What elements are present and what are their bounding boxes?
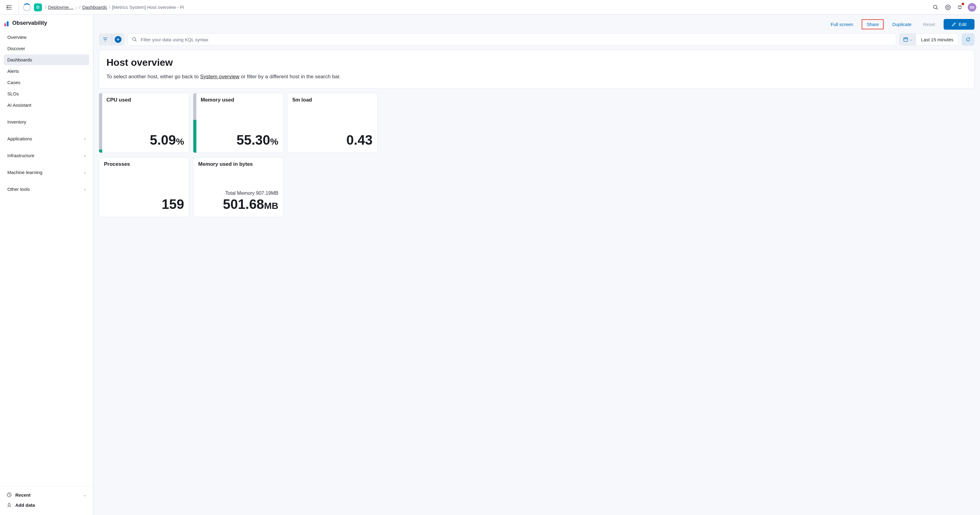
edit-label: Edit [959,22,967,27]
sidebar-item-overview[interactable]: Overview [4,32,89,43]
sidebar-header[interactable]: Observability [0,15,93,30]
space-selector[interactable]: D [34,3,42,11]
chevron-down-icon[interactable]: ⌵ [75,5,77,10]
rocket-icon [7,503,12,508]
plus-circle-icon: + [115,36,121,43]
sidebar-recent[interactable]: Recent ⌵ [4,490,89,500]
sidebar: Observability OverviewDiscoverDashboards… [0,15,93,515]
help-button[interactable] [943,3,953,12]
breadcrumb-current: [Metrics System] Host overview - Pi [112,5,184,10]
metric-value: 501.68MB [198,197,278,212]
metric-card-processes[interactable]: Processes159 [99,157,189,217]
sidebar-item-label: Discover [7,46,25,51]
sidebar-item-label: Infrastructure [7,153,34,158]
sidebar-item-dashboards[interactable]: Dashboards [4,54,89,65]
sidebar-item-label: Dashboards [7,57,32,62]
sidebar-item-label: Applications [7,136,32,141]
sidebar-item-other-tools[interactable]: Other tools› [4,184,89,194]
edit-button[interactable]: Edit [943,19,975,30]
metric-card-cpu-used[interactable]: CPU used5.09% [99,93,189,153]
metric-card-memory-used-in-bytes[interactable]: Memory used in bytesTotal Memory 907.19M… [193,157,283,217]
duplicate-button[interactable]: Duplicate [889,20,915,29]
sidebar-footer: Recent ⌵ Add data [0,486,93,515]
divider [18,0,19,15]
sidebar-nav: OverviewDiscoverDashboardsAlertsCasesSLO… [0,30,93,486]
metric-title: Memory used [200,97,278,103]
svg-point-4 [133,38,136,41]
newsfeed-button[interactable] [956,3,965,12]
sidebar-add-data[interactable]: Add data [4,500,89,510]
sidebar-item-slos[interactable]: SLOs [4,88,89,99]
metric-row-1: CPU used5.09%Memory used55.30%5m load0.4… [99,93,975,153]
calendar-toggle[interactable]: ⌵ [900,33,916,45]
filter-options-button[interactable] [99,33,111,46]
metric-card-memory-used[interactable]: Memory used55.30% [193,93,283,153]
sidebar-item-label: Inventory [7,119,26,124]
metric-title: Memory used in bytes [198,161,278,167]
sidebar-item-applications[interactable]: Applications› [4,134,89,144]
chevron-right-icon: › [84,170,86,175]
sidebar-item-label: Machine learning [7,170,42,175]
metric-value: 55.30% [200,132,278,148]
share-button[interactable]: Share [862,19,884,29]
sidebar-item-alerts[interactable]: Alerts [4,66,89,76]
metric-title: Processes [104,161,184,167]
recent-label: Recent [15,493,30,498]
sidebar-item-discover[interactable]: Discover [4,43,89,54]
sidebar-item-cases[interactable]: Cases [4,77,89,88]
sidebar-title: Observability [12,20,47,26]
breadcrumb-separator: / [45,5,46,10]
system-overview-link[interactable]: System overview [200,74,239,79]
time-picker[interactable]: ⌵ Last 15 minutes [899,33,959,46]
add-data-label: Add data [15,502,35,508]
pencil-icon [951,22,956,27]
loading-spinner-icon [23,3,31,11]
main-content: Full screen Share Duplicate Reset Edit + [93,15,980,515]
breadcrumb-separator: / [79,5,80,10]
filter-icon [103,38,107,41]
reset-button: Reset [920,20,938,29]
metric-title: 5m load [293,97,372,103]
breadcrumb-dashboards[interactable]: Dashboards [82,5,107,10]
svg-point-1 [945,5,950,10]
sidebar-item-machine-learning[interactable]: Machine learning› [4,167,89,178]
calendar-icon [903,37,908,42]
clock-icon [7,493,12,497]
refresh-icon [966,37,970,42]
svg-rect-5 [904,38,908,41]
observability-logo-icon [4,19,9,26]
intro-panel: Host overview To select another host, ei… [99,50,975,89]
chevron-down-icon: ⌵ [83,492,86,498]
sidebar-item-label: Overview [7,35,27,40]
query-input-wrapper[interactable] [127,33,896,46]
query-input[interactable] [141,37,892,42]
sidebar-item-label: Alerts [7,68,19,74]
add-filter-button[interactable]: + [111,33,124,46]
gauge-fill [99,149,102,153]
filter-bar: + ⌵ Last 15 minutes [93,32,980,50]
chevron-right-icon: › [84,153,86,158]
search-button[interactable] [931,3,940,12]
breadcrumb-deployment[interactable]: Deployme… [48,5,73,10]
sidebar-item-inventory[interactable]: Inventory [4,116,89,127]
metric-title: CPU used [107,97,184,103]
sidebar-item-label: Other tools [7,186,30,192]
dashboard-actions: Full screen Share Duplicate Reset Edit [93,15,980,32]
breadcrumb: / Deployme… ⌵ / Dashboards / [Metrics Sy… [45,5,184,10]
chevron-right-icon: › [84,137,86,141]
metric-card-5m-load[interactable]: 5m load0.43 [287,93,378,153]
full-screen-button[interactable]: Full screen [828,20,856,29]
sidebar-item-label: Cases [7,80,21,85]
refresh-button[interactable] [962,33,975,46]
page-title: Host overview [107,57,967,68]
gauge-fill [193,120,196,153]
sidebar-item-ai-assistant[interactable]: AI Assistant [4,100,89,110]
time-range-label[interactable]: Last 15 minutes [916,33,958,45]
chevron-down-icon: ⌵ [910,38,912,41]
svg-point-2 [947,6,949,8]
sidebar-item-infrastructure[interactable]: Infrastructure› [4,150,89,161]
metric-value: 5.09% [107,132,184,148]
user-avatar[interactable]: SS [968,3,976,12]
search-icon [132,37,137,42]
nav-collapse-button[interactable] [4,4,14,11]
